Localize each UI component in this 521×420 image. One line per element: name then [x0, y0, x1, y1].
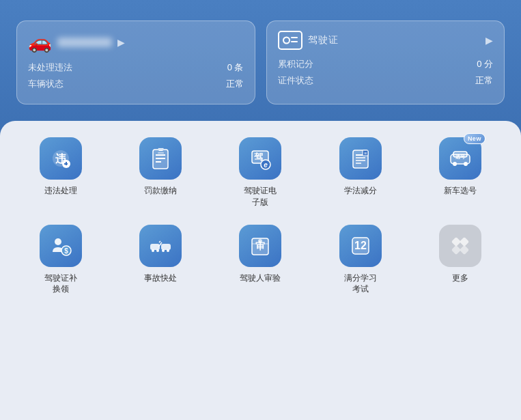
violation-icon-wrap: 违 [40, 137, 82, 180]
license-card-header: 驾驶证 ▶ [278, 31, 494, 50]
fine-label: 罚款缴纳 [144, 185, 177, 197]
drvrenew-icon: $ [48, 233, 74, 259]
svg-rect-30 [161, 244, 171, 250]
audit-icon: 审 [247, 233, 273, 259]
fullscore-label: 满分学习 考试 [344, 272, 377, 296]
vehicle-icon: 🚗 [28, 31, 52, 53]
svg-point-34 [167, 249, 169, 252]
menu-item-accident[interactable]: 事故快处 [113, 225, 208, 296]
svg-text:≡: ≡ [364, 151, 367, 156]
svg-rect-48 [460, 245, 469, 255]
fullscore-icon-wrap: 12 [339, 225, 382, 267]
license-status-value: 正常 [475, 74, 493, 87]
vehicle-status-label: 车辆状态 [28, 78, 64, 90]
top-cards-section: 🚗 ▶ 未处理违法 0 条 车辆状态 正常 驾驶证 ▶ 累积记分 0 分 [0, 0, 521, 115]
svg-point-31 [152, 249, 154, 252]
fine-icon-wrap: 三 [139, 137, 182, 180]
accident-icon-wrap [139, 225, 182, 267]
elicense-icon-wrap: 驾 e [239, 137, 281, 180]
id-card-icon [278, 31, 302, 50]
menu-item-audit[interactable]: 审 驾驶人审验 [213, 225, 307, 296]
license-score-row: 累积记分 0 分 [278, 58, 494, 70]
accident-icon [147, 233, 173, 259]
svg-text:e: e [264, 161, 268, 169]
svg-text:$: $ [64, 247, 68, 255]
license-title: 驾驶证 [308, 34, 481, 46]
menu-item-drvrenew[interactable]: $ 驾驶证补 换领 [14, 225, 108, 296]
svg-point-42 [258, 239, 262, 243]
license-status-row: 证件状态 正常 [278, 74, 494, 87]
svg-text:三: 三 [158, 148, 164, 154]
svg-rect-45 [451, 237, 461, 247]
elicense-label: 驾驶证电 子版 [244, 185, 277, 208]
svg-line-35 [159, 241, 160, 242]
elicense-icon: 驾 e [247, 145, 273, 171]
vehicle-violation-value: 0 条 [227, 61, 244, 74]
svg-point-23 [453, 162, 457, 166]
fullscore-icon: 12 [348, 233, 374, 259]
more-icon [447, 233, 473, 259]
vehicle-violation-row: 未处理违法 0 条 [28, 61, 244, 74]
violation-label: 违法处理 [44, 185, 77, 197]
fine-icon: 三 [147, 145, 173, 171]
audit-icon-wrap: 审 [239, 225, 281, 267]
more-label: 更多 [452, 272, 468, 284]
menu-item-newcar[interactable]: 选号 新车选号 [413, 137, 507, 208]
menu-item-fullscore[interactable]: 12 满分学习 考试 [313, 225, 408, 296]
svg-text:驾: 驾 [253, 152, 263, 162]
license-score-value: 0 分 [477, 58, 493, 70]
vehicle-status-row: 车辆状态 正常 [28, 78, 244, 90]
bottom-panel: 违 违法处理 三 罚款缴纳 [0, 121, 521, 420]
svg-point-33 [162, 249, 165, 252]
svg-point-32 [156, 249, 159, 252]
svg-point-26 [55, 238, 61, 245]
drvrenew-label: 驾驶证补 换领 [44, 272, 77, 296]
vehicle-violation-label: 未处理违法 [28, 61, 72, 74]
vehicle-status-value: 正常 [226, 78, 244, 90]
svg-rect-47 [451, 245, 461, 255]
accident-label: 事故快处 [144, 272, 177, 284]
studylaw-label: 学法减分 [344, 185, 377, 197]
svg-point-24 [464, 162, 468, 166]
menu-grid: 违 违法处理 三 罚款缴纳 [14, 137, 507, 295]
svg-text:12: 12 [354, 240, 367, 251]
svg-line-37 [160, 244, 161, 245]
newcar-label: 新车选号 [444, 185, 477, 197]
audit-label: 驾驶人审验 [240, 272, 281, 284]
svg-text:选号: 选号 [455, 154, 466, 159]
newcar-icon-wrap: 选号 [439, 137, 481, 180]
license-score-label: 累积记分 [278, 58, 313, 70]
vehicle-card-header: 🚗 ▶ [28, 31, 244, 53]
menu-item-elicense[interactable]: 驾 e 驾驶证电 子版 [213, 137, 307, 208]
violation-icon: 违 [48, 146, 73, 171]
vehicle-title-blurred [57, 38, 112, 47]
vehicle-arrow[interactable]: ▶ [117, 37, 125, 48]
studylaw-icon-wrap: ≡ [339, 137, 382, 180]
vehicle-card[interactable]: 🚗 ▶ 未处理违法 0 条 车辆状态 正常 [16, 20, 255, 104]
newcar-icon: 选号 [447, 145, 473, 171]
menu-item-studylaw[interactable]: ≡ 学法减分 [313, 137, 408, 208]
svg-rect-29 [150, 244, 160, 250]
drvrenew-icon-wrap: $ [40, 225, 82, 267]
menu-item-fine[interactable]: 三 罚款缴纳 [113, 137, 208, 208]
menu-item-more[interactable]: 更多 [413, 225, 507, 296]
more-icon-wrap [439, 225, 481, 267]
license-arrow[interactable]: ▶ [485, 35, 493, 46]
svg-rect-46 [460, 237, 469, 247]
studylaw-icon: ≡ [348, 145, 374, 171]
license-status-label: 证件状态 [278, 74, 313, 87]
menu-item-violation[interactable]: 违 违法处理 [14, 137, 108, 208]
license-card[interactable]: 驾驶证 ▶ 累积记分 0 分 证件状态 正常 [266, 20, 505, 104]
